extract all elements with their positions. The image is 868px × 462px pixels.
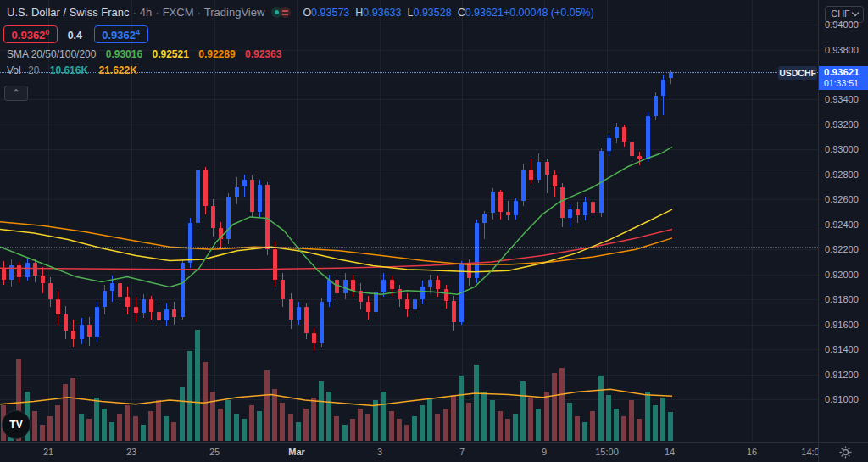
candle-body <box>157 312 161 320</box>
volume-bar <box>365 414 370 441</box>
collapse-indicators-button[interactable]: ⌃ <box>4 86 28 101</box>
volume-bar <box>358 409 363 441</box>
volume-bar <box>350 419 355 441</box>
candle-body <box>482 214 487 224</box>
volume-bar <box>645 392 650 441</box>
candle-body <box>583 202 587 215</box>
high-label: H <box>355 7 363 19</box>
price-axis-label: 0.91200 <box>825 370 859 380</box>
candle-body <box>95 307 99 337</box>
vertical-gridline <box>607 0 608 442</box>
candle-body <box>118 283 122 297</box>
candle-body <box>71 331 75 339</box>
candle-body <box>537 162 541 180</box>
volume-bar <box>264 370 270 441</box>
candle-body <box>273 249 277 279</box>
volume-bar <box>218 409 223 441</box>
candle-body <box>188 223 192 263</box>
candle-body <box>553 175 557 187</box>
candle-body <box>381 280 386 292</box>
candle-body <box>64 314 68 331</box>
candle-body <box>312 333 316 343</box>
candle-body <box>235 187 239 198</box>
time-axis-label: 21 <box>43 447 53 457</box>
brand-label[interactable]: TradingView <box>204 6 265 19</box>
high-value: 0.93633 <box>363 7 401 19</box>
buy-button[interactable]: 0.93624 <box>94 25 148 43</box>
volume-bar <box>117 414 122 441</box>
volume-bar <box>156 400 161 441</box>
price-axis-label: 0.91400 <box>825 344 859 354</box>
previous-close-line <box>0 247 818 248</box>
settings-gear-icon[interactable] <box>839 446 852 462</box>
candle-body <box>226 197 231 239</box>
candle-body <box>568 209 572 218</box>
delayed-data-icon[interactable] <box>280 7 291 18</box>
sma-indicator-row[interactable]: SMA 20/50/100/200 0.93016 0.92521 0.9228… <box>7 48 281 60</box>
candle-body <box>630 142 634 156</box>
volume-ma-value: 21.622K <box>98 64 136 76</box>
price-axis-label: 0.91600 <box>825 320 859 330</box>
candle-body <box>498 192 503 212</box>
sma-label: SMA 20/50/100/200 <box>7 48 96 60</box>
chart-legend[interactable]: U.S. Dollar / Swiss Franc·4h·FXCM·Tradin… <box>7 6 594 19</box>
time-axis[interactable]: 212325Mar37915:00141614:0 <box>0 442 818 462</box>
volume-bar <box>257 411 262 441</box>
volume-bar <box>280 403 285 441</box>
candle-body <box>134 307 138 313</box>
candle-body <box>475 223 479 278</box>
volume-bar <box>660 398 665 441</box>
volume-indicator-row[interactable]: Vol 20 10.616K 21.622K <box>7 64 137 76</box>
close-value: 0.93621 <box>465 7 504 19</box>
volume-bar <box>32 411 37 441</box>
candle-body <box>661 80 665 96</box>
horizontal-gridline <box>0 175 818 175</box>
sma200-value: 0.92363 <box>245 48 281 60</box>
time-axis-label: 16 <box>747 447 757 457</box>
volume-bar <box>180 387 185 441</box>
symbol-title[interactable]: U.S. Dollar / Swiss Franc <box>7 6 129 19</box>
price-axis-label: 0.93800 <box>825 45 859 55</box>
candle-body <box>452 301 456 322</box>
volume-bar <box>552 373 557 441</box>
candle-body <box>25 263 30 276</box>
volume-bar <box>528 398 533 441</box>
candle-body <box>576 209 580 215</box>
symbol-price-tag: USDCHF <box>778 66 817 80</box>
chevron-down-icon <box>852 9 859 16</box>
candle-body <box>196 170 200 223</box>
candle-body <box>297 307 301 320</box>
candle-body <box>320 302 324 343</box>
horizontal-gridline <box>0 399 818 400</box>
volume-bar <box>559 368 565 441</box>
volume-length: 20 <box>28 64 39 76</box>
sma-50-line <box>0 209 672 272</box>
volume-bar <box>55 405 60 441</box>
candle-body <box>436 280 440 290</box>
price-axis[interactable]: CHF 0.93621 01:33:51 0.940000.938000.934… <box>818 0 868 442</box>
volume-bar <box>381 392 386 441</box>
volume-bar <box>288 414 293 441</box>
candle-body <box>87 325 92 337</box>
volume-bar <box>629 400 634 441</box>
vertical-gridline <box>752 0 753 442</box>
candle-body <box>250 180 254 212</box>
interval-label[interactable]: 4h <box>140 6 152 19</box>
candle-body <box>9 265 14 279</box>
candle-body <box>327 280 331 303</box>
volume-bar <box>466 403 471 441</box>
volume-bar <box>225 400 231 441</box>
candle-body <box>529 170 533 180</box>
price-axis-label: 0.92200 <box>825 244 859 254</box>
candle-body <box>444 289 448 300</box>
candle-body <box>374 292 378 312</box>
candle-body <box>335 280 339 293</box>
open-value: 0.93573 <box>311 7 349 19</box>
volume-bar <box>598 376 604 441</box>
tradingview-logo[interactable]: TV <box>2 410 31 439</box>
time-axis-label: 7 <box>459 447 465 457</box>
sell-button[interactable]: 0.93620 <box>3 25 58 43</box>
candle-body <box>506 212 510 215</box>
volume-bar <box>272 389 277 441</box>
candle-body <box>390 280 394 290</box>
